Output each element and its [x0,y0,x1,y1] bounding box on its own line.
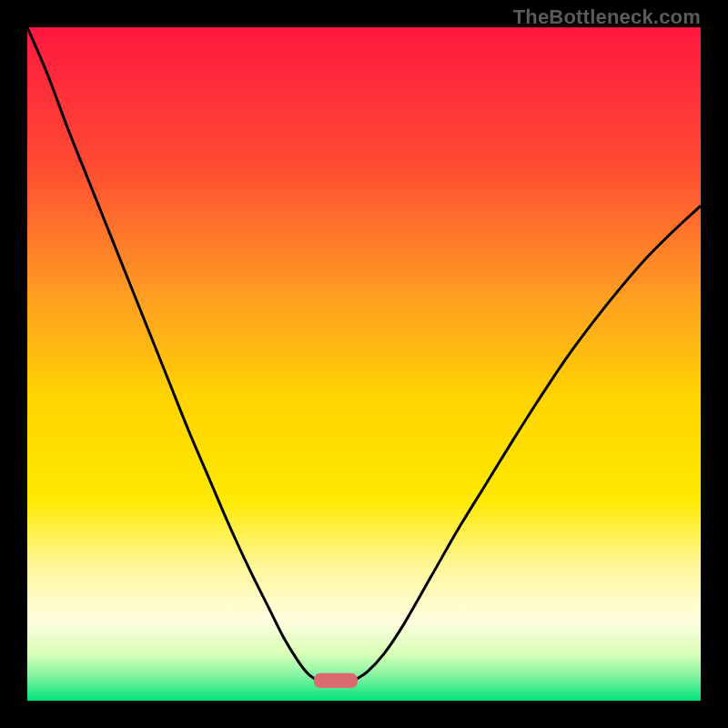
chart-frame [27,27,701,701]
bottom-marker [314,673,358,688]
watermark-text: TheBottleneck.com [513,5,701,29]
chart-svg [27,27,701,701]
chart-background [27,27,701,701]
